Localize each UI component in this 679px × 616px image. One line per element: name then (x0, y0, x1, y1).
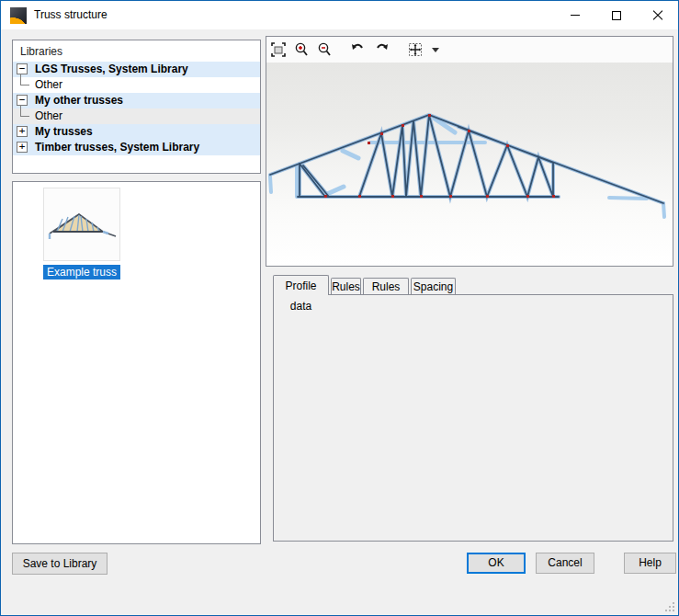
rotate-cw-button[interactable] (370, 39, 392, 61)
help-button[interactable]: Help (624, 553, 676, 574)
profile-data-panel (273, 294, 673, 542)
window-title: Truss structure (34, 8, 108, 21)
tab-rules-2[interactable]: Rules (2) (363, 278, 409, 295)
close-icon (652, 10, 663, 21)
tree-item-other-2[interactable]: Other (13, 108, 260, 124)
maximize-button[interactable] (595, 1, 637, 29)
save-to-library-button[interactable]: Save to Library (12, 553, 108, 575)
truss-structure-dialog: Truss structure Libraries − LGS Trusses,… (0, 0, 679, 616)
tab-spacing[interactable]: Spacing (411, 278, 456, 295)
cancel-button[interactable]: Cancel (536, 553, 594, 574)
tree-item-other-1[interactable]: Other (13, 77, 260, 93)
libraries-header: Libraries (13, 40, 260, 62)
tree-item-my-trusses[interactable]: + My trusses (13, 124, 260, 140)
truss-gallery-panel: Example truss (12, 181, 261, 544)
close-button[interactable] (637, 1, 678, 29)
rotate-ccw-button[interactable] (347, 39, 369, 61)
minimize-icon (571, 15, 580, 16)
truss-thumbnail[interactable] (43, 188, 120, 261)
titlebar: Truss structure (1, 1, 678, 29)
pan-dropdown-button[interactable] (427, 39, 440, 61)
ok-button[interactable]: OK (467, 553, 526, 574)
pan-button[interactable] (404, 39, 426, 61)
zoom-out-icon (316, 41, 333, 58)
rotate-ccw-icon (350, 41, 367, 58)
truss-render (266, 63, 673, 267)
minimize-button[interactable] (554, 1, 595, 29)
truss-render-canvas[interactable] (266, 63, 673, 266)
gallery-item-example-truss[interactable]: Example truss (32, 188, 131, 279)
libraries-tree-panel: Libraries − LGS Trusses, System Library … (12, 40, 261, 174)
tree-connector (20, 105, 29, 117)
rotate-cw-icon (373, 41, 390, 58)
gallery-item-label: Example truss (43, 265, 120, 279)
maximize-icon (612, 11, 621, 20)
pan-icon (407, 41, 424, 58)
model-viewport[interactable] (266, 36, 673, 267)
zoom-in-icon (293, 41, 310, 58)
expand-icon[interactable]: + (17, 126, 28, 137)
chevron-down-icon (432, 48, 439, 52)
tree-item-lgs-trusses[interactable]: − LGS Trusses, System Library (13, 62, 260, 77)
fit-to-view-icon (270, 41, 287, 58)
zoom-out-button[interactable] (313, 39, 335, 61)
expand-icon[interactable]: + (17, 142, 28, 153)
viewport-toolbar (266, 37, 673, 63)
tree-connector (20, 74, 29, 86)
app-icon (10, 7, 27, 24)
resize-grip[interactable] (665, 602, 674, 611)
zoom-in-button[interactable] (290, 39, 312, 61)
tab-profile-data[interactable]: Profile data (273, 275, 329, 295)
fit-to-view-button[interactable] (267, 39, 289, 61)
tree-item-my-other-trusses[interactable]: − My other trusses (13, 93, 260, 108)
tab-rules[interactable]: Rules (331, 278, 361, 295)
tree-item-timber-trusses[interactable]: + Timber trusses, System Library (13, 140, 260, 155)
